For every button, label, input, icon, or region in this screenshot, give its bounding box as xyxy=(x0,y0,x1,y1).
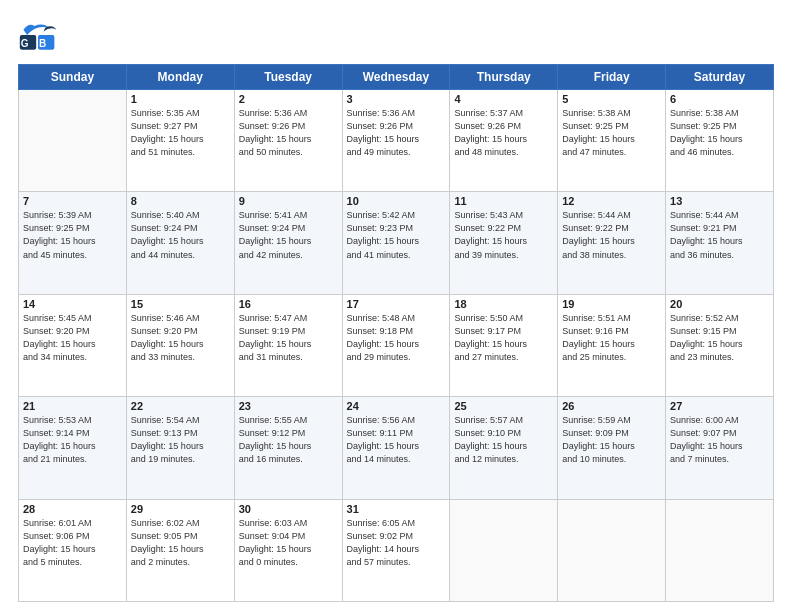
col-header-tuesday: Tuesday xyxy=(234,65,342,90)
calendar-cell: 8Sunrise: 5:40 AM Sunset: 9:24 PM Daylig… xyxy=(126,192,234,294)
calendar-cell: 9Sunrise: 5:41 AM Sunset: 9:24 PM Daylig… xyxy=(234,192,342,294)
day-number: 6 xyxy=(670,93,769,105)
page: G B SundayMondayTuesdayWednesdayThursday… xyxy=(0,0,792,612)
day-number: 18 xyxy=(454,298,553,310)
calendar-cell: 20Sunrise: 5:52 AM Sunset: 9:15 PM Dayli… xyxy=(666,294,774,396)
calendar-table: SundayMondayTuesdayWednesdayThursdayFrid… xyxy=(18,64,774,602)
day-info: Sunrise: 5:48 AM Sunset: 9:18 PM Dayligh… xyxy=(347,312,446,364)
day-info: Sunrise: 5:36 AM Sunset: 9:26 PM Dayligh… xyxy=(239,107,338,159)
day-info: Sunrise: 5:57 AM Sunset: 9:10 PM Dayligh… xyxy=(454,414,553,466)
calendar-cell: 5Sunrise: 5:38 AM Sunset: 9:25 PM Daylig… xyxy=(558,90,666,192)
day-info: Sunrise: 5:42 AM Sunset: 9:23 PM Dayligh… xyxy=(347,209,446,261)
calendar-cell: 22Sunrise: 5:54 AM Sunset: 9:13 PM Dayli… xyxy=(126,397,234,499)
day-number: 24 xyxy=(347,400,446,412)
calendar-cell: 6Sunrise: 5:38 AM Sunset: 9:25 PM Daylig… xyxy=(666,90,774,192)
day-number: 1 xyxy=(131,93,230,105)
day-info: Sunrise: 5:43 AM Sunset: 9:22 PM Dayligh… xyxy=(454,209,553,261)
day-number: 11 xyxy=(454,195,553,207)
day-number: 3 xyxy=(347,93,446,105)
day-number: 14 xyxy=(23,298,122,310)
col-header-thursday: Thursday xyxy=(450,65,558,90)
day-number: 2 xyxy=(239,93,338,105)
day-number: 21 xyxy=(23,400,122,412)
calendar-header-row: SundayMondayTuesdayWednesdayThursdayFrid… xyxy=(19,65,774,90)
day-number: 25 xyxy=(454,400,553,412)
day-number: 17 xyxy=(347,298,446,310)
day-info: Sunrise: 6:01 AM Sunset: 9:06 PM Dayligh… xyxy=(23,517,122,569)
calendar-cell: 26Sunrise: 5:59 AM Sunset: 9:09 PM Dayli… xyxy=(558,397,666,499)
calendar-cell: 4Sunrise: 5:37 AM Sunset: 9:26 PM Daylig… xyxy=(450,90,558,192)
calendar-cell: 1Sunrise: 5:35 AM Sunset: 9:27 PM Daylig… xyxy=(126,90,234,192)
day-info: Sunrise: 5:37 AM Sunset: 9:26 PM Dayligh… xyxy=(454,107,553,159)
calendar-cell: 12Sunrise: 5:44 AM Sunset: 9:22 PM Dayli… xyxy=(558,192,666,294)
day-number: 12 xyxy=(562,195,661,207)
calendar-cell: 10Sunrise: 5:42 AM Sunset: 9:23 PM Dayli… xyxy=(342,192,450,294)
col-header-wednesday: Wednesday xyxy=(342,65,450,90)
calendar-cell xyxy=(666,499,774,601)
logo-bird-icon: G B xyxy=(18,18,58,54)
day-number: 15 xyxy=(131,298,230,310)
day-info: Sunrise: 5:56 AM Sunset: 9:11 PM Dayligh… xyxy=(347,414,446,466)
day-info: Sunrise: 5:52 AM Sunset: 9:15 PM Dayligh… xyxy=(670,312,769,364)
day-number: 16 xyxy=(239,298,338,310)
week-row-3: 14Sunrise: 5:45 AM Sunset: 9:20 PM Dayli… xyxy=(19,294,774,396)
day-info: Sunrise: 5:59 AM Sunset: 9:09 PM Dayligh… xyxy=(562,414,661,466)
day-number: 13 xyxy=(670,195,769,207)
week-row-1: 1Sunrise: 5:35 AM Sunset: 9:27 PM Daylig… xyxy=(19,90,774,192)
col-header-saturday: Saturday xyxy=(666,65,774,90)
calendar-cell: 31Sunrise: 6:05 AM Sunset: 9:02 PM Dayli… xyxy=(342,499,450,601)
day-info: Sunrise: 5:47 AM Sunset: 9:19 PM Dayligh… xyxy=(239,312,338,364)
day-info: Sunrise: 5:46 AM Sunset: 9:20 PM Dayligh… xyxy=(131,312,230,364)
day-number: 9 xyxy=(239,195,338,207)
calendar-cell: 11Sunrise: 5:43 AM Sunset: 9:22 PM Dayli… xyxy=(450,192,558,294)
day-number: 30 xyxy=(239,503,338,515)
calendar-cell: 29Sunrise: 6:02 AM Sunset: 9:05 PM Dayli… xyxy=(126,499,234,601)
calendar-cell: 21Sunrise: 5:53 AM Sunset: 9:14 PM Dayli… xyxy=(19,397,127,499)
col-header-monday: Monday xyxy=(126,65,234,90)
calendar-cell xyxy=(450,499,558,601)
day-info: Sunrise: 5:38 AM Sunset: 9:25 PM Dayligh… xyxy=(562,107,661,159)
day-info: Sunrise: 5:50 AM Sunset: 9:17 PM Dayligh… xyxy=(454,312,553,364)
day-number: 20 xyxy=(670,298,769,310)
calendar-cell: 15Sunrise: 5:46 AM Sunset: 9:20 PM Dayli… xyxy=(126,294,234,396)
day-info: Sunrise: 5:45 AM Sunset: 9:20 PM Dayligh… xyxy=(23,312,122,364)
day-info: Sunrise: 5:54 AM Sunset: 9:13 PM Dayligh… xyxy=(131,414,230,466)
svg-text:B: B xyxy=(39,38,46,49)
svg-text:G: G xyxy=(21,38,29,49)
day-info: Sunrise: 5:36 AM Sunset: 9:26 PM Dayligh… xyxy=(347,107,446,159)
day-info: Sunrise: 5:53 AM Sunset: 9:14 PM Dayligh… xyxy=(23,414,122,466)
calendar-cell: 3Sunrise: 5:36 AM Sunset: 9:26 PM Daylig… xyxy=(342,90,450,192)
calendar-cell: 16Sunrise: 5:47 AM Sunset: 9:19 PM Dayli… xyxy=(234,294,342,396)
day-number: 28 xyxy=(23,503,122,515)
day-number: 4 xyxy=(454,93,553,105)
day-number: 26 xyxy=(562,400,661,412)
header: G B xyxy=(18,18,774,54)
calendar-cell: 14Sunrise: 5:45 AM Sunset: 9:20 PM Dayli… xyxy=(19,294,127,396)
day-info: Sunrise: 6:00 AM Sunset: 9:07 PM Dayligh… xyxy=(670,414,769,466)
day-info: Sunrise: 6:03 AM Sunset: 9:04 PM Dayligh… xyxy=(239,517,338,569)
day-number: 10 xyxy=(347,195,446,207)
calendar-cell: 24Sunrise: 5:56 AM Sunset: 9:11 PM Dayli… xyxy=(342,397,450,499)
calendar-cell xyxy=(19,90,127,192)
calendar-cell: 23Sunrise: 5:55 AM Sunset: 9:12 PM Dayli… xyxy=(234,397,342,499)
day-number: 22 xyxy=(131,400,230,412)
day-number: 29 xyxy=(131,503,230,515)
calendar-cell: 2Sunrise: 5:36 AM Sunset: 9:26 PM Daylig… xyxy=(234,90,342,192)
week-row-5: 28Sunrise: 6:01 AM Sunset: 9:06 PM Dayli… xyxy=(19,499,774,601)
week-row-4: 21Sunrise: 5:53 AM Sunset: 9:14 PM Dayli… xyxy=(19,397,774,499)
week-row-2: 7Sunrise: 5:39 AM Sunset: 9:25 PM Daylig… xyxy=(19,192,774,294)
day-info: Sunrise: 6:02 AM Sunset: 9:05 PM Dayligh… xyxy=(131,517,230,569)
day-info: Sunrise: 5:39 AM Sunset: 9:25 PM Dayligh… xyxy=(23,209,122,261)
day-info: Sunrise: 5:35 AM Sunset: 9:27 PM Dayligh… xyxy=(131,107,230,159)
calendar-cell: 25Sunrise: 5:57 AM Sunset: 9:10 PM Dayli… xyxy=(450,397,558,499)
day-info: Sunrise: 5:51 AM Sunset: 9:16 PM Dayligh… xyxy=(562,312,661,364)
day-info: Sunrise: 5:44 AM Sunset: 9:22 PM Dayligh… xyxy=(562,209,661,261)
calendar-cell: 13Sunrise: 5:44 AM Sunset: 9:21 PM Dayli… xyxy=(666,192,774,294)
day-number: 5 xyxy=(562,93,661,105)
calendar-cell: 18Sunrise: 5:50 AM Sunset: 9:17 PM Dayli… xyxy=(450,294,558,396)
calendar-cell: 27Sunrise: 6:00 AM Sunset: 9:07 PM Dayli… xyxy=(666,397,774,499)
day-number: 7 xyxy=(23,195,122,207)
day-info: Sunrise: 5:38 AM Sunset: 9:25 PM Dayligh… xyxy=(670,107,769,159)
day-number: 27 xyxy=(670,400,769,412)
day-info: Sunrise: 5:55 AM Sunset: 9:12 PM Dayligh… xyxy=(239,414,338,466)
